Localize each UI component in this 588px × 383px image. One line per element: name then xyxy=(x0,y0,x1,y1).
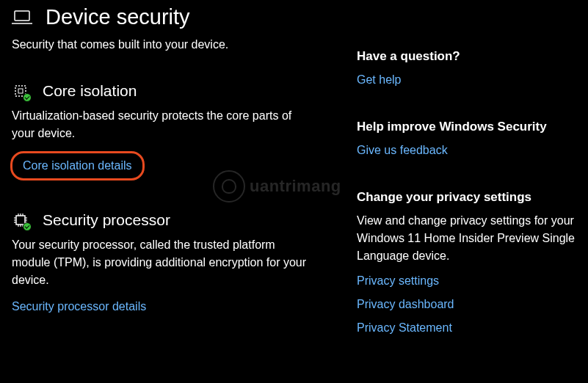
security-processor-details-link[interactable]: Security processor details xyxy=(12,298,146,315)
page-header: Device security xyxy=(12,5,333,29)
get-help-link[interactable]: Get help xyxy=(357,71,401,89)
privacy-dashboard-link[interactable]: Privacy dashboard xyxy=(357,296,576,313)
svg-rect-3 xyxy=(18,89,23,93)
processor-icon xyxy=(12,211,29,229)
svg-rect-0 xyxy=(15,11,29,21)
core-isolation-section: Core isolation Virtualization-based secu… xyxy=(12,82,333,180)
core-isolation-description: Virtualization-based security protects t… xyxy=(12,107,313,142)
give-feedback-link[interactable]: Give us feedback xyxy=(357,142,448,159)
security-processor-section: Security processor Your security process… xyxy=(12,211,333,315)
have-question-section: Have a question? Get help xyxy=(357,49,576,89)
privacy-section: Change your privacy settings View and ch… xyxy=(357,190,576,337)
laptop-icon xyxy=(12,10,32,25)
page-subtitle: Security that comes built into your devi… xyxy=(12,37,333,53)
core-isolation-details-link[interactable]: Core isolation details xyxy=(23,157,132,175)
have-question-title: Have a question? xyxy=(357,49,576,64)
page-title: Device security xyxy=(46,5,190,29)
privacy-title: Change your privacy settings xyxy=(357,190,576,205)
security-processor-title: Security processor xyxy=(43,211,170,229)
privacy-settings-link[interactable]: Privacy settings xyxy=(357,272,576,290)
privacy-description: View and change privacy settings for you… xyxy=(357,212,576,265)
core-isolation-title: Core isolation xyxy=(43,82,137,100)
help-improve-title: Help improve Windows Security xyxy=(357,120,576,134)
status-ok-badge xyxy=(23,93,32,102)
help-improve-section: Help improve Windows Security Give us fe… xyxy=(357,120,576,159)
privacy-statement-link[interactable]: Privacy Statement xyxy=(357,319,576,337)
status-ok-badge xyxy=(23,222,32,231)
tutorial-highlight: Core isolation details xyxy=(10,151,145,180)
security-processor-description: Your security processor, called the trus… xyxy=(12,236,313,289)
chip-icon xyxy=(12,82,29,100)
